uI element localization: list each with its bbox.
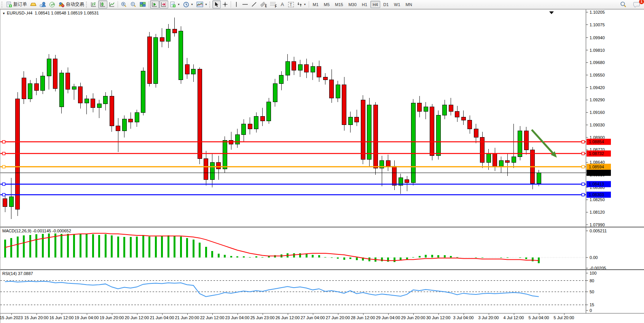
time-tick <box>489 313 489 315</box>
bull-candle <box>72 86 76 90</box>
chart-shift-button[interactable] <box>159 0 168 8</box>
candlestick-icon <box>100 2 106 7</box>
time-label: 5 Jul 04:00 <box>529 315 549 320</box>
toolbar-separator <box>148 1 149 8</box>
channel-tool-button[interactable]: E <box>258 0 268 8</box>
main-price-chart[interactable]: 1.102051.100751.099401.098101.096801.095… <box>0 9 644 227</box>
bear-candle <box>22 78 26 99</box>
bear-candle <box>386 160 390 166</box>
auto-trading-button[interactable]: 自动交易 <box>57 0 86 8</box>
shapes-tool-button[interactable]: ▼ <box>295 0 308 8</box>
price-tick-label: 1.09940 <box>590 35 605 40</box>
bear-candle <box>461 117 465 120</box>
timeframe-button-m15[interactable]: M15 <box>333 1 345 8</box>
horizontal-line-tool-button[interactable] <box>241 0 250 8</box>
notification-badge: 1 <box>639 0 644 4</box>
search-button[interactable] <box>618 0 628 8</box>
community-button[interactable] <box>38 0 48 8</box>
line-chart-type-button[interactable] <box>107 0 116 8</box>
bear-candle <box>204 158 208 179</box>
price-tick-label: 1.10205 <box>590 10 605 14</box>
svg-text:1.08732: 1.08732 <box>589 151 604 156</box>
bear-candle <box>147 37 151 83</box>
label-tool-button[interactable]: T <box>287 0 295 8</box>
time-label: 16 Jun 12:00 <box>49 315 74 320</box>
timeframe-button-h1[interactable]: H1 <box>360 1 370 8</box>
clock-icon <box>183 2 189 8</box>
fibonacci-tool-button[interactable]: F <box>268 0 278 8</box>
time-axis[interactable]: 15 Jun 202315 Jun 20:0016 Jun 12:0019 Ju… <box>0 313 644 323</box>
line-handle <box>3 193 5 196</box>
text-tool-button[interactable]: A <box>278 0 287 8</box>
signals-button[interactable] <box>48 0 57 8</box>
bear-candle <box>361 100 365 159</box>
macd-panel[interactable]: 0.0052110.00-0.00205 <box>0 227 644 270</box>
bear-candle <box>430 107 434 155</box>
rsi-tick-label: 50 <box>590 289 594 294</box>
timeframe-button-m1[interactable]: M1 <box>310 1 320 8</box>
time-tick <box>539 313 539 315</box>
bull-candle <box>242 124 246 134</box>
bull-candle <box>348 117 352 125</box>
line-handle <box>3 152 5 155</box>
time-label: 19 Jun 04:00 <box>75 315 99 320</box>
cursor-button[interactable] <box>212 0 221 8</box>
time-tick <box>413 313 414 315</box>
candlestick-chart-type-button[interactable] <box>98 0 107 8</box>
bear-candle <box>323 77 327 80</box>
price-badge: 1.08413 <box>587 181 611 187</box>
gold-account-button[interactable] <box>29 0 38 8</box>
dropdown-arrow-icon: ▼ <box>304 3 306 6</box>
time-label: 29 Jun 04:00 <box>376 315 400 320</box>
vertical-line-tool-button[interactable] <box>232 0 241 8</box>
bear-candle <box>160 38 164 42</box>
auto-scroll-button[interactable] <box>150 0 159 8</box>
zoom-in-button[interactable] <box>119 0 129 8</box>
tile-windows-button[interactable] <box>138 0 147 8</box>
bear-candle <box>66 73 70 90</box>
rsi-tick-label: 80 <box>590 278 594 283</box>
zoom-in-icon <box>121 2 127 8</box>
templates-button[interactable]: ▼ <box>195 0 209 8</box>
time-label: 5 Jul 20:00 <box>554 315 574 320</box>
timeframe-button-d1[interactable]: D1 <box>381 1 391 8</box>
timeframe-button-w1[interactable]: W1 <box>392 1 403 8</box>
chart-window: 1.102051.100751.099401.098101.096801.095… <box>0 9 644 323</box>
bull-candle <box>191 69 196 74</box>
bar-chart-type-button[interactable] <box>89 0 98 8</box>
bull-candle <box>443 105 447 115</box>
price-badge: 1.08732 <box>587 150 611 157</box>
time-tick <box>212 313 213 315</box>
new-order-button[interactable]: 新订单 <box>5 0 29 8</box>
bull-candle <box>179 31 183 80</box>
timeframe-button-m5[interactable]: M5 <box>322 1 332 8</box>
auto-scroll-icon <box>151 2 158 7</box>
rsi-tick-label: 0 <box>590 308 592 313</box>
crosshair-button[interactable] <box>221 0 230 8</box>
tile-windows-icon <box>140 2 146 7</box>
bear-candle <box>505 160 510 162</box>
timeframe-button-h4[interactable]: H4 <box>370 1 380 8</box>
svg-text:1.08413: 1.08413 <box>589 182 604 186</box>
svg-text:E: E <box>265 3 267 8</box>
indicators-button[interactable]: ▼ <box>168 0 182 8</box>
periods-button[interactable]: ▼ <box>182 0 195 8</box>
bear-candle <box>468 120 472 129</box>
timeframe-button-m30[interactable]: M30 <box>346 1 359 8</box>
toolbar-grip <box>2 2 3 8</box>
timeframe-button-mn[interactable]: MN <box>403 1 414 8</box>
signal-waves-icon <box>49 2 55 8</box>
time-tick <box>263 313 263 315</box>
bear-candle <box>455 112 459 117</box>
price-badge: 1.08303 <box>587 192 611 198</box>
rsi-panel[interactable]: 1008050150 <box>0 270 644 313</box>
bear-candle <box>172 29 177 33</box>
time-tick <box>388 313 389 315</box>
price-tick-label: 1.09290 <box>590 98 605 102</box>
zoom-out-button[interactable] <box>129 0 138 8</box>
time-label: 20 Jun 12:00 <box>125 315 149 320</box>
new-order-label: 新订单 <box>13 1 27 8</box>
bear-candle <box>34 84 38 91</box>
trendline-tool-button[interactable] <box>250 0 258 8</box>
notifications-button[interactable]: 1 <box>632 0 642 8</box>
